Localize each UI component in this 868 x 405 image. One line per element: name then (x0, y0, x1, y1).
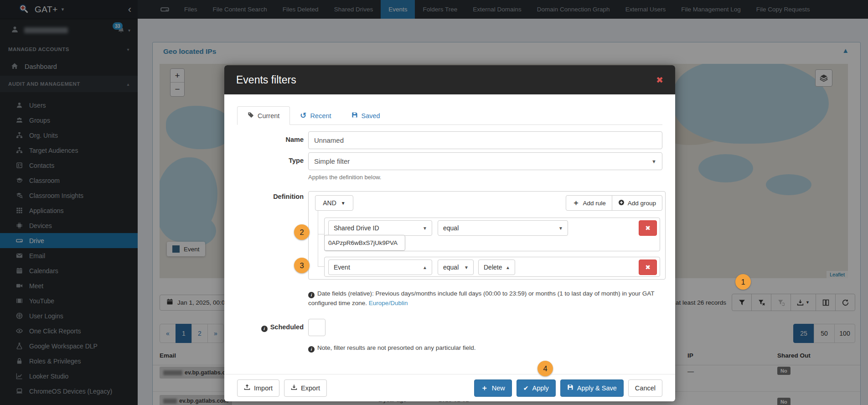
info-icon: i (308, 346, 315, 353)
rule-field-select[interactable]: Shared Drive ID ▼ (328, 220, 432, 236)
rule-field-select[interactable]: Event ▲ (328, 260, 432, 275)
apply-save-button[interactable]: Apply & Save (560, 379, 624, 397)
rule-operator-select[interactable]: equal ▼ (438, 220, 568, 236)
chevron-up-icon: ▲ (423, 265, 427, 270)
rule-operator-select[interactable]: equal ▼ (438, 260, 474, 275)
add-group-button[interactable]: Add group (612, 195, 662, 211)
group-actions: ＋ Add rule Add group (566, 195, 662, 211)
new-filter-button[interactable]: ＋ New (474, 379, 512, 397)
gat-plus-app: GAT+ ▾ ‹ 33 ▾ MANAGED ACCOUNTS ▾ Dashboa… (0, 0, 868, 405)
modal-title: Events filters (236, 74, 296, 86)
filter-name-input[interactable] (308, 131, 662, 149)
scheduled-label: iScheduled (237, 319, 304, 336)
add-rule-button[interactable]: ＋ Add rule (566, 195, 612, 211)
check-icon: ✔ (523, 384, 529, 392)
delete-rule-button[interactable]: ✖ (639, 260, 657, 275)
annotation-badge-1: 1 (735, 274, 751, 290)
close-icon[interactable]: ✖ (656, 75, 663, 85)
import-icon (244, 384, 250, 392)
chevron-down-icon: ▼ (558, 226, 563, 231)
tag-icon (248, 112, 254, 119)
rule-connector (318, 211, 318, 267)
name-row: Name (237, 131, 662, 149)
chevron-down-icon: ▼ (341, 201, 346, 206)
modal-footer: Import Export ＋ New ✔ Apply App (224, 374, 675, 401)
save-icon (351, 112, 358, 119)
tab-recent[interactable]: ↺ Recent (290, 106, 341, 125)
filter-type-select[interactable]: Simple filter ▼ (308, 152, 662, 170)
rule-event: Event ▲ equal ▼ Delete ▲ (324, 257, 660, 277)
history-icon: ↺ (300, 112, 306, 119)
apply-button[interactable]: ✔ Apply (517, 379, 556, 397)
name-label: Name (237, 131, 304, 149)
chevron-up-icon: ▲ (506, 265, 510, 270)
chevron-down-icon: ▼ (651, 159, 656, 164)
type-label: Type (237, 152, 304, 170)
rule-group: AND ▼ ＋ Add rule (308, 191, 666, 280)
import-button[interactable]: Import (237, 379, 279, 397)
annotation-badge-2: 2 (294, 224, 310, 240)
modal-body: Current ↺ Recent Saved Name (224, 94, 675, 353)
events-filters-modal: Events filters ✖ Current ↺ Recent (224, 65, 675, 401)
rule-shared-drive-id: Shared Drive ID ▼ equal ▼ ✖ (324, 218, 660, 251)
save-icon (567, 384, 574, 392)
condition-select[interactable]: AND ▼ (315, 195, 353, 211)
scheduled-checkbox[interactable] (308, 319, 326, 336)
export-button[interactable]: Export (284, 379, 327, 397)
type-row: Type Simple filter ▼ (237, 152, 662, 170)
definition-label: Definition (237, 191, 304, 280)
info-icon: i (261, 326, 268, 332)
info-icon: i (308, 292, 315, 298)
annotation-badge-3: 3 (294, 258, 310, 273)
date-fields-note: iDate fields (relative): Previous days/m… (308, 289, 673, 308)
rule-connector (318, 266, 324, 267)
rule-value-input[interactable] (324, 235, 405, 251)
annotation-badge-4: 4 (537, 361, 553, 376)
presort-note: iNote, filter results are not presorted … (308, 344, 662, 353)
tab-current[interactable]: Current (237, 106, 290, 125)
timezone-link[interactable]: Europe/Dublin (369, 300, 408, 306)
scheduled-row: iScheduled (237, 319, 662, 336)
rule-connector (318, 234, 324, 234)
plus-icon: ＋ (481, 384, 488, 392)
plus-circle-icon (618, 199, 625, 207)
modal-header: Events filters ✖ (224, 65, 675, 94)
filter-tabs: Current ↺ Recent Saved (237, 106, 662, 125)
tab-saved[interactable]: Saved (341, 106, 390, 125)
chevron-down-icon: ▼ (464, 265, 469, 270)
plus-icon: ＋ (572, 199, 579, 207)
type-help-text: Applies the definition below. (308, 174, 662, 181)
export-icon (291, 384, 297, 392)
cancel-button[interactable]: Cancel (628, 379, 662, 397)
rule-value-select[interactable]: Delete ▲ (478, 260, 515, 275)
delete-rule-button[interactable]: ✖ (639, 220, 657, 236)
chevron-down-icon: ▼ (423, 226, 427, 231)
